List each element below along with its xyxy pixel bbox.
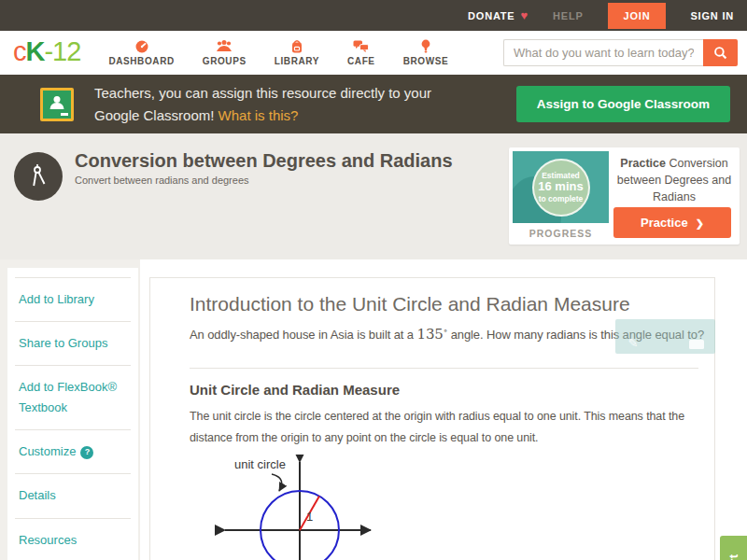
estimated-time-badge: Estimated 16 mins to complete [532,159,590,217]
sidebar-item-customize[interactable]: Customize? [15,430,131,474]
actions-sidebar: Add to Library Share to Groups Add to Fl… [7,268,138,560]
sidebar-item-resources[interactable]: Resources [15,519,131,560]
nav-item-browse[interactable]: BROWSE [403,39,449,66]
assign-to-classroom-button[interactable]: Assign to Google Classroom [516,86,730,122]
chevron-right-icon: ❯ [696,217,704,229]
main-area: Add to Library Share to Groups Add to Fl… [0,259,747,560]
ck12-logo[interactable]: cK-12 [13,38,80,65]
cafe-chat-icon [352,39,370,53]
dashboard-gauge-icon [134,39,150,53]
compass-icon [26,163,50,189]
donate-link[interactable]: DONATE♥ [468,8,529,22]
sidebar-item-share-to-groups[interactable]: Share to Groups [15,322,131,366]
top-utility-bar: DONATE♥ HELP JOIN SIGN IN [0,0,747,31]
search-button[interactable] [703,39,738,66]
search-input[interactable] [503,39,703,66]
highlight-pencil-icon[interactable]: ✎ [628,337,639,349]
donate-label: DONATE [468,10,514,21]
join-button[interactable]: JOIN [608,3,667,29]
sign-in-link[interactable]: SIGN IN [690,10,734,21]
nav-item-cafe[interactable]: CAFE [347,39,375,66]
google-classroom-banner: Teachers, you can assign this resource d… [0,75,747,133]
practice-card-text: Practice Conversion between Degrees and … [613,155,735,205]
page-subtitle: Convert between radians and degrees [75,175,249,186]
search-bar [503,39,738,66]
radius-label: 1 [306,510,313,524]
nav-item-dashboard[interactable]: DASHBOARD [108,39,174,66]
sidebar-item-details[interactable]: Details [15,474,131,518]
intro-heading: Introduction to the Unit Circle and Radi… [190,293,692,315]
section-heading: Unit Circle and Radian Measure [190,382,692,398]
groups-people-icon [215,39,233,53]
nav-item-library[interactable]: LIBRARY [275,39,319,66]
google-classroom-icon [40,88,74,121]
practice-card: Estimated 16 mins to complete PROGRESS P… [509,147,740,245]
browse-lightbulb-icon [419,39,432,53]
help-question-icon[interactable]: ? [80,446,93,459]
selection-popup: ✎ [615,319,715,354]
practice-thumbnail[interactable]: Estimated 16 mins to complete [513,151,609,223]
heart-icon: ♥ [520,8,529,22]
page-title: Conversion between Degrees and Radians [75,150,453,172]
concept-avatar [14,152,63,201]
intro-paragraph: An oddly-shaped house in Asia is built a… [190,326,692,343]
section-paragraph: The unit circle is the circle centered a… [190,406,711,449]
math-expression: 135∘ [416,326,447,343]
content-panel: Introduction to the Unit Circle and Radi… [140,259,747,560]
support-tab[interactable]: Support [720,536,747,560]
lesson-content-card: Introduction to the Unit Circle and Radi… [149,277,715,560]
section-divider [190,368,698,369]
unit-circle-diagram: unit circle 1 [214,455,415,560]
nav-item-groups[interactable]: GROUPS [203,39,247,66]
what-is-this-link[interactable]: What is this? [218,107,299,123]
sidebar-item-add-to-library[interactable]: Add to Library [15,278,131,322]
library-backpack-icon [289,39,305,53]
help-link[interactable]: HELP [553,10,584,21]
label-arrow [272,474,282,491]
selected-text: angle equal to?✎ [623,328,704,342]
sidebar-item-add-to-flexbook[interactable]: Add to FlexBook® Textbook [15,366,131,430]
main-navbar: cK-12 DASHBOARD GROUPS LIBRARY [0,31,747,75]
note-icon[interactable] [689,340,704,349]
diagram-label: unit circle [234,457,286,471]
banner-message: Teachers, you can assign this resource d… [94,82,440,126]
search-icon [713,46,727,60]
practice-button[interactable]: Practice❯ [613,207,731,238]
lesson-header: Conversion between Degrees and Radians C… [0,133,747,259]
progress-label: PROGRESS [513,228,609,239]
